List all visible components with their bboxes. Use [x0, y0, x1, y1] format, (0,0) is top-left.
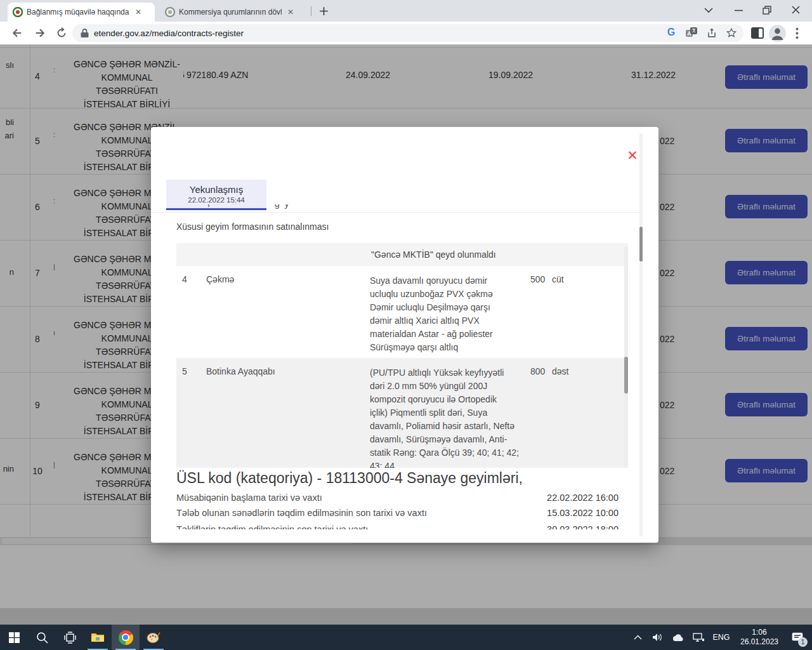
- translate-icon[interactable]: [685, 27, 698, 39]
- item-quantity: 800: [530, 366, 545, 376]
- items-table-header: "Gəncə MKTİB" qeyd olunmaldı: [176, 243, 628, 266]
- detail-label: Təkliflərin təqdim edilməsinin son tarix…: [176, 524, 368, 529]
- screen: Bağlanmış müqavilə haqqında mə ✕ Kommers…: [0, 0, 812, 650]
- item-unit: dəst: [552, 366, 568, 376]
- item-description: Suya davamlı qoruyucu dəmir ucluqlu uzun…: [370, 274, 530, 354]
- paint-icon: [147, 631, 160, 644]
- tab-status-label: Yekunlaşmış: [190, 184, 244, 195]
- purchase-title: Xüsusi geyim formasının satınalınması: [176, 222, 329, 232]
- tab-divider: [311, 6, 311, 16]
- detail-row-clipped: Təkliflərin təqdim edilməsinin son tarix…: [176, 524, 628, 529]
- detail-value: 30.03.2022 18:00: [547, 524, 619, 529]
- items-scrollbar[interactable]: [624, 246, 628, 468]
- etender-favicon-icon: [13, 7, 23, 17]
- contracts-register-page: slı 4 : GƏNCƏ ŞƏHƏR MƏNZİL- KOMMUNAL TƏS…: [0, 44, 812, 625]
- notification-badge: 1: [798, 637, 808, 647]
- tender-detail-modal: ✕ Yekunlaşmış 22.02.2022 15:44 ı g y Xüs…: [151, 127, 658, 543]
- modal-close-button[interactable]: ✕: [624, 147, 641, 164]
- window-minimize-button[interactable]: [735, 10, 743, 11]
- item-no: 4: [182, 274, 187, 284]
- category-heading: ÜSL kod (kateqoriya) - 18113000-4 Sənaye…: [176, 470, 523, 487]
- task-view-icon: [64, 632, 76, 644]
- window-restore-button[interactable]: [763, 6, 771, 15]
- item-no: 5: [182, 366, 187, 376]
- browser-tab-inactive[interactable]: Kommersiya qurumlarının dövlət ✕: [160, 3, 308, 22]
- modal-scrollbar-thumb[interactable]: [639, 227, 643, 262]
- tab-title: Bağlanmış müqavilə haqqında mə: [27, 8, 129, 17]
- note-header: "Gəncə MKTİB" qeyd olunmaldı: [371, 249, 496, 260]
- clock-time: 1:06: [736, 628, 783, 637]
- items-scrollbar-thumb[interactable]: [624, 357, 628, 394]
- back-button[interactable]: [10, 26, 24, 40]
- language-indicator[interactable]: ENG: [710, 633, 732, 642]
- tender-details-list: Müsabiqənin başlama tarixi və vaxtı 22.0…: [176, 493, 628, 529]
- chrome-taskbar-button[interactable]: [112, 625, 140, 650]
- windows-logo-icon: [9, 632, 20, 643]
- tab-title: Kommersiya qurumlarının dövlət: [179, 8, 282, 17]
- bookmark-star-icon[interactable]: [725, 27, 738, 39]
- action-center-button[interactable]: 1: [787, 625, 808, 650]
- item-unit: cüt: [552, 274, 564, 284]
- item-name: Çəkmə: [206, 274, 234, 284]
- detail-value: 15.03.2022 10:00: [547, 508, 619, 518]
- item-description: (PU/TPU altlıqlı Yüksək keyfıyyətli dəri…: [370, 366, 530, 468]
- window-chevron-down-icon[interactable]: [704, 8, 713, 13]
- profile-avatar[interactable]: [769, 25, 786, 42]
- clock-date: 26.01.2023: [736, 637, 783, 647]
- tab-yekunlasmis[interactable]: Yekunlaşmış 22.02.2022 15:44: [166, 180, 266, 210]
- detail-label: Tələb olunan sənədlərin təqdim edilməsin…: [176, 508, 427, 518]
- refresh-button[interactable]: [55, 26, 69, 40]
- share-icon[interactable]: [705, 27, 718, 39]
- browser-tab-active[interactable]: Bağlanmış müqavilə haqqında mə ✕: [8, 3, 155, 22]
- items-table: "Gəncə MKTİB" qeyd olunmaldı 4 Çəkmə Suy…: [176, 243, 628, 468]
- tab-close-icon[interactable]: ✕: [285, 8, 296, 17]
- etender-favicon-icon: [165, 7, 175, 17]
- tab-status-datetime: 22.02.2022 15:44: [188, 196, 245, 204]
- paint-taskbar-button[interactable]: [140, 625, 167, 650]
- item-quantity: 500: [530, 274, 545, 284]
- browser-menu-kebab-icon[interactable]: [796, 27, 799, 39]
- new-tab-button[interactable]: [318, 6, 329, 17]
- detail-row: Tələb olunan sənədlərin təqdim edilməsin…: [176, 508, 628, 521]
- search-icon: [36, 632, 48, 644]
- google-g-icon[interactable]: G: [665, 27, 678, 39]
- url-text[interactable]: etender.gov.az/media/contracts-register: [94, 29, 244, 38]
- person-icon: [769, 25, 786, 42]
- detail-value: 22.02.2022 16:00: [547, 493, 619, 503]
- taskbar-clock[interactable]: 1:06 26.01.2023: [736, 628, 783, 647]
- windows-taskbar: ENG 1:06 26.01.2023 1: [0, 625, 812, 650]
- item-row: 4 Çəkmə Suya davamlı qoruyucu dəmir uclu…: [176, 266, 628, 358]
- taskbar-search-button[interactable]: [28, 625, 56, 650]
- side-panel-icon[interactable]: [751, 27, 764, 39]
- start-button[interactable]: [0, 625, 28, 650]
- forward-button[interactable]: [33, 26, 47, 40]
- tab-close-icon[interactable]: ✕: [133, 8, 143, 17]
- modal-header-divider: [151, 212, 643, 213]
- item-row: 5 Botinka Ayaqqabı (PU/TPU altlıqlı Yüks…: [176, 358, 628, 468]
- system-tray: ENG 1:06 26.01.2023 1: [629, 625, 812, 650]
- detail-label: Müsabiqənin başlama tarixi və vaxtı: [176, 493, 322, 503]
- modal-scrollbar[interactable]: [639, 133, 643, 536]
- browser-tab-strip: Bağlanmış müqavilə haqqında mə ✕ Kommers…: [0, 0, 812, 22]
- item-name: Botinka Ayaqqabı: [206, 366, 275, 376]
- tray-chevron-up-icon[interactable]: [629, 625, 646, 650]
- lock-icon: [80, 28, 89, 38]
- volume-icon[interactable]: [650, 625, 666, 650]
- chrome-icon: [119, 630, 133, 645]
- file-explorer-button[interactable]: [84, 625, 112, 650]
- detail-row: Müsabiqənin başlama tarixi və vaxtı 22.0…: [176, 493, 628, 505]
- onedrive-cloud-icon[interactable]: [670, 625, 686, 650]
- window-close-button[interactable]: [792, 6, 800, 14]
- folder-icon: [91, 632, 105, 643]
- network-display-icon[interactable]: [690, 625, 707, 650]
- task-view-button[interactable]: [56, 625, 84, 650]
